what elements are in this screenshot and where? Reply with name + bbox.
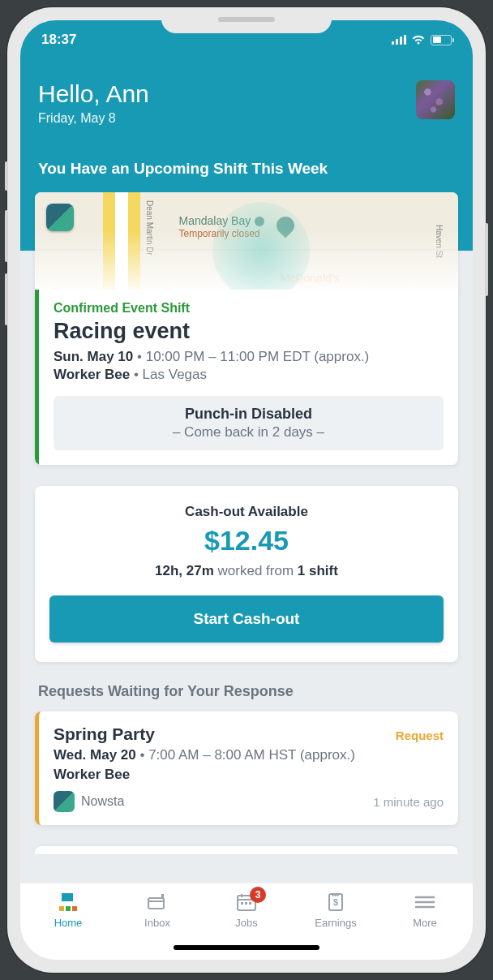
request-age: 1 minute ago [373,795,444,809]
request-card[interactable]: Spring Party Request Wed. May 20 • 7:00 … [35,711,458,825]
shift-role-location: Worker Bee • Las Vegas [54,367,444,383]
svg-point-0 [255,217,264,226]
tab-label: Home [54,917,83,929]
request-datetime: Wed. May 20 • 7:00 AM – 8:00 AM HST (app… [54,747,444,763]
request-role: Worker Bee [54,767,444,783]
greeting-text: Hello, Ann [38,80,149,108]
punch-in-status-box: Punch-in Disabled – Come back in 2 days … [54,396,444,450]
next-card-peek [35,846,458,854]
punch-subtitle: – Come back in 2 days – [60,424,437,441]
earnings-icon: $ [324,892,348,913]
cellular-signal-icon [392,35,406,45]
tab-label: Earnings [315,917,356,929]
requests-heading: Requests Waiting for Your Response [38,683,455,700]
org-icon [54,791,75,812]
battery-icon [431,35,452,45]
cashout-worked-summary: 12h, 27m worked from 1 shift [49,563,444,579]
tab-jobs[interactable]: 3 Jobs [202,892,291,929]
shift-status-label: Confirmed Event Shift [54,301,444,316]
phone-frame: 18:37 Hello, Ann Friday, May 8 You Have … [7,7,486,973]
wifi-icon [411,34,426,45]
shift-datetime: Sun. May 10 • 10:00 PM – 11:00 PM EDT (a… [54,349,444,365]
tab-label: Jobs [235,917,257,929]
start-cashout-button[interactable]: Start Cash-out [49,595,444,643]
cashout-amount: $12.45 [49,525,444,557]
tab-more[interactable]: More [380,892,469,929]
punch-title: Punch-in Disabled [60,406,437,423]
main-scroll-area[interactable]: Dean Martin Dr Haven St Mandalay Bay Tem… [20,192,473,883]
svg-rect-2 [161,894,164,899]
svg-rect-4 [241,902,243,905]
cashout-label: Cash-out Available [49,504,444,520]
tab-label: Inbox [144,917,170,929]
status-time: 18:37 [41,32,76,48]
cashout-card: Cash-out Available $12.45 12h, 27m worke… [35,486,458,662]
request-org: Nowsta [54,791,124,812]
jobs-badge: 3 [250,887,266,903]
upcoming-shift-heading: You Have an Upcoming Shift This Week [38,160,455,178]
svg-rect-6 [249,902,251,905]
menu-icon [413,892,437,913]
home-icon [56,892,80,913]
bottom-tab-bar: Home Inbox 3 Jobs $ Earnings [20,883,473,935]
svg-text:$: $ [333,897,338,907]
tab-label: More [413,917,437,929]
home-indicator[interactable] [20,935,473,960]
request-badge: Request [396,729,444,742]
tab-home[interactable]: Home [24,892,113,929]
upcoming-shift-card[interactable]: Dean Martin Dr Haven St Mandalay Bay Tem… [35,192,458,465]
header-date: Friday, May 8 [38,111,149,126]
request-title: Spring Party [54,724,155,744]
svg-rect-1 [148,898,164,909]
tab-earnings[interactable]: $ Earnings [291,892,380,929]
lodging-icon [254,216,265,227]
svg-rect-5 [245,902,247,905]
avatar[interactable] [416,80,455,119]
tab-inbox[interactable]: Inbox [113,892,202,929]
shift-map-preview[interactable]: Dean Martin Dr Haven St Mandalay Bay Tem… [35,192,458,290]
shift-title: Racing event [54,319,444,344]
map-pin-icon [272,213,298,238]
inbox-icon [145,892,169,913]
phone-notch [161,7,332,33]
